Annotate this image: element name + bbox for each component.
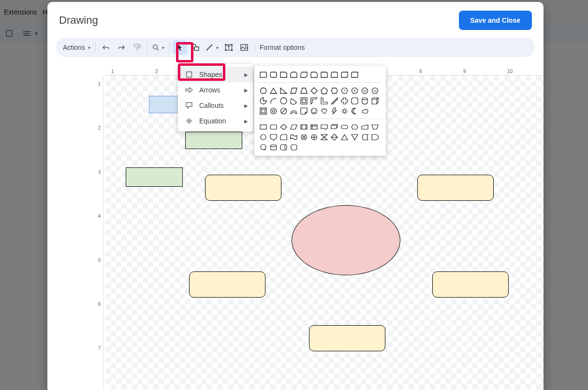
shape-flow-magnetic-disk[interactable] <box>268 142 278 152</box>
shape-flow-data[interactable] <box>289 122 298 132</box>
shape-half-frame[interactable] <box>309 96 319 105</box>
shape-triangle[interactable] <box>268 86 278 95</box>
shape-can[interactable] <box>360 96 369 105</box>
canvas-shape-rrect-cream-4[interactable] <box>432 271 509 298</box>
svg-rect-39 <box>262 109 265 113</box>
shape-pentagon[interactable] <box>319 86 329 95</box>
canvas-shape-rect-green-2[interactable] <box>126 167 183 187</box>
shape-lightning[interactable] <box>329 106 339 116</box>
canvas-shape-rrect-cream-3[interactable] <box>189 271 265 298</box>
canvas-shape-rect-green-1[interactable] <box>185 132 242 149</box>
shape-snip-single[interactable] <box>279 70 288 79</box>
shape-flow-sort[interactable] <box>329 132 339 142</box>
shape-sun[interactable] <box>339 106 349 116</box>
shape-round-single[interactable] <box>319 70 329 79</box>
shape-flow-alt-process[interactable] <box>268 122 278 132</box>
shape-flow-multidoc[interactable] <box>329 122 339 132</box>
shape-cloud[interactable] <box>360 106 369 116</box>
shape-trapezoid[interactable] <box>299 86 309 95</box>
shape-flow-internal-storage[interactable] <box>309 122 319 132</box>
zoom-button[interactable]: ▾ <box>150 40 166 55</box>
shape-l-shape[interactable] <box>319 96 329 105</box>
menu-item-arrows[interactable]: Arrows ▶ <box>178 82 253 98</box>
shape-smiley[interactable] <box>309 106 319 116</box>
shape-flow-connector[interactable] <box>258 132 268 142</box>
shape-flow-merge[interactable] <box>350 132 359 142</box>
canvas-shape-rrect-cream-5[interactable] <box>309 325 385 351</box>
shape-flow-stored-data[interactable] <box>360 132 369 142</box>
shape-folded-corner[interactable] <box>299 106 309 116</box>
shape-heart[interactable] <box>319 106 329 116</box>
shape-donut[interactable] <box>268 106 278 116</box>
shape-diagonal-stripe[interactable] <box>329 96 339 105</box>
image-tool-button[interactable] <box>237 40 251 55</box>
shape-snip-round[interactable] <box>309 70 319 79</box>
shape-diamond[interactable] <box>309 86 319 95</box>
shape-tool-button[interactable] <box>188 40 203 55</box>
shape-flow-predefined[interactable] <box>299 122 309 132</box>
shape-flow-collate[interactable] <box>319 132 329 142</box>
shape-snip-diag[interactable] <box>299 70 309 79</box>
shape-pie[interactable] <box>258 96 268 105</box>
shape-moon[interactable] <box>350 106 359 116</box>
shape-right-triangle[interactable] <box>279 86 288 95</box>
canvas-shape-rrect-cream-1[interactable] <box>205 175 281 201</box>
shape-bevel[interactable] <box>258 106 268 116</box>
format-options-label[interactable]: Format options <box>258 44 305 51</box>
shape-round-diag[interactable] <box>339 70 349 79</box>
menu-item-equation[interactable]: Equation ▶ <box>178 113 253 129</box>
canvas-shape-ellipse-pink[interactable] <box>292 205 400 275</box>
shape-rectangle[interactable] <box>258 70 268 79</box>
shape-flow-preparation[interactable] <box>350 122 359 132</box>
shape-round-same[interactable] <box>329 70 339 79</box>
actions-menu-button[interactable]: Actions▾ <box>61 40 92 55</box>
undo-icon <box>102 44 110 51</box>
shape-plaque[interactable] <box>350 96 359 105</box>
shape-decagon[interactable]: 10 <box>360 86 369 95</box>
shape-cube[interactable] <box>370 96 380 105</box>
shape-flow-manual-input[interactable] <box>360 122 369 132</box>
shape-flow-extract[interactable] <box>339 132 349 142</box>
shape-flow-delay[interactable] <box>370 132 380 142</box>
shape-flow-seq-access[interactable] <box>258 142 268 152</box>
line-tool-button[interactable]: ▾ <box>204 40 220 55</box>
shape-parallelogram[interactable] <box>289 86 298 95</box>
canvas-shape-rrect-cream-2[interactable] <box>417 175 494 201</box>
shape-block-arc[interactable] <box>289 106 298 116</box>
paint-format-button[interactable] <box>130 40 144 55</box>
shape-flow-manual-op[interactable] <box>370 122 380 132</box>
shape-hexagon[interactable] <box>329 86 339 95</box>
shape-parallelogram-alt[interactable] <box>350 70 359 79</box>
shape-snip-same[interactable] <box>289 70 298 79</box>
shape-flow-display[interactable] <box>289 142 298 152</box>
menu-item-callouts[interactable]: Callouts ▶ <box>178 98 253 113</box>
undo-button[interactable] <box>99 40 113 55</box>
textbox-tool-button[interactable] <box>221 40 236 55</box>
shape-frame[interactable] <box>299 96 309 105</box>
menu-item-equation-label: Equation <box>199 117 226 125</box>
shape-chord[interactable] <box>289 96 298 105</box>
shape-oval[interactable] <box>258 86 268 95</box>
shape-flow-decision[interactable] <box>279 122 288 132</box>
shape-heptagon[interactable]: 7 <box>339 86 349 95</box>
shape-arc[interactable] <box>268 96 278 105</box>
shape-dodecagon[interactable]: 12 <box>370 86 380 95</box>
shape-flow-offpage[interactable] <box>268 132 278 142</box>
shape-flow-direct-access[interactable] <box>279 142 288 152</box>
shape-flow-document[interactable] <box>319 122 329 132</box>
shape-flow-terminator[interactable] <box>339 122 349 132</box>
shape-flow-or[interactable] <box>309 132 319 142</box>
shape-flow-summing[interactable] <box>299 132 309 142</box>
menu-item-shapes[interactable]: Shapes ▶ <box>178 67 253 82</box>
shape-rounded-rect[interactable] <box>268 70 278 79</box>
shape-flow-process[interactable] <box>258 122 268 132</box>
shape-flow-tape[interactable] <box>289 132 298 142</box>
shape-teardrop[interactable] <box>279 96 288 105</box>
shape-no-symbol[interactable] <box>279 106 288 116</box>
shape-cross[interactable] <box>339 96 349 105</box>
redo-button[interactable] <box>114 40 129 55</box>
select-tool-button[interactable] <box>173 40 187 55</box>
save-and-close-button[interactable]: Save and Close <box>459 11 532 30</box>
shape-flow-card[interactable] <box>279 132 288 142</box>
shape-octagon[interactable]: 8 <box>350 86 359 95</box>
